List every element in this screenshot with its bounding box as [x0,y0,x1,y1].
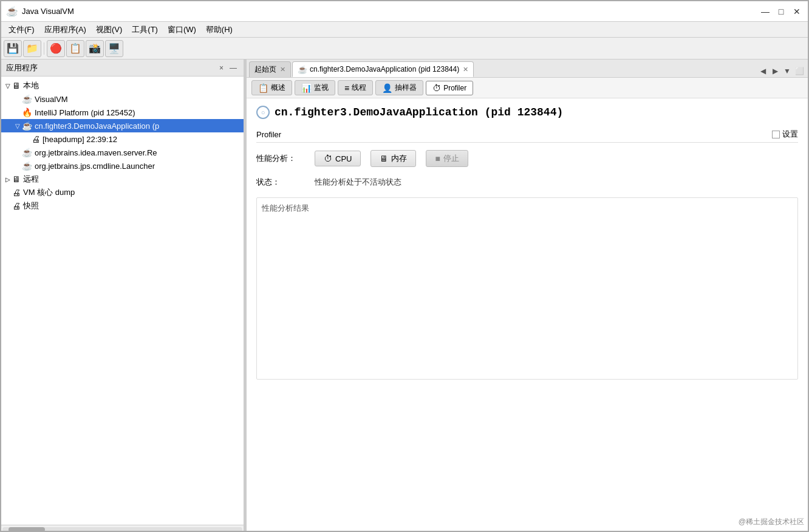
left-panel-header: 应用程序 × — [1,60,244,77]
menu-help[interactable]: 帮助(H) [201,23,237,36]
tree-label-visualvm: VisualVM [35,95,68,104]
close-btn[interactable]: ✕ [791,5,803,18]
tree-node-remote[interactable]: ▷ 🖥 远程 [1,172,244,186]
settings-area: 设置 [772,129,798,140]
perf-analysis-label: 性能分析： [256,153,305,164]
tree-toggle-remote[interactable]: ▷ [4,176,12,183]
left-panel-close[interactable]: × [217,63,225,73]
tab-bar: 起始页 ✕ ☕ cn.fighter3.DemoJavaApplication … [247,60,808,78]
main-area: 应用程序 × — ▽ 🖥 本地 ☕ VisualVM 🔥 [1,60,808,532]
left-panel-scrollbar[interactable] [1,525,244,532]
sub-tab-overview-label: 概述 [271,83,285,93]
toolbar-btn-record[interactable]: 🔴 [47,40,65,57]
spinning-circle-icon: ○ [256,106,270,119]
tab-fighter3-label: cn.fighter3.DemoJavaApplication (pid 123… [310,65,459,73]
menu-window[interactable]: 窗口(W) [163,23,201,36]
tab-start-label: 起始页 [254,64,276,75]
tab-start[interactable]: 起始页 ✕ [249,61,291,77]
thread-icon: ≡ [344,83,349,93]
tree-label-maven: org.jetbrains.idea.maven.server.Re [35,148,157,157]
status-text: 性能分析处于不活动状态 [315,177,401,188]
tree-node-fighter3[interactable]: ▽ ☕ cn.fighter3.DemoJavaApplication (p [1,119,244,132]
settings-checkbox[interactable] [772,131,780,138]
tree-node-snapshot[interactable]: 🖨 快照 [1,199,244,213]
tree-label-intellij: IntelliJ Platform (pid 125452) [35,108,135,117]
tree-node-visualvm[interactable]: ☕ VisualVM [1,92,244,106]
profiler-section-title: Profiler [256,130,772,139]
settings-label[interactable]: 设置 [782,129,798,140]
sub-tab-monitor[interactable]: 📊 监视 [295,80,335,95]
sub-tab-thread[interactable]: ≡ 线程 [338,80,373,95]
stop-button[interactable]: ■ 停止 [426,150,468,167]
tree-node-intellij[interactable]: 🔥 IntelliJ Platform (pid 125452) [1,106,244,119]
remote-icon: 🖥 [12,174,21,184]
menu-bar: 文件(F) 应用程序(A) 视图(V) 工具(T) 窗口(W) 帮助(H) [1,22,808,38]
sampler-icon: 👤 [382,83,392,93]
memory-button[interactable]: 🖥 内存 [370,150,416,167]
tab-maximize-btn[interactable]: ⬜ [793,65,805,77]
tab-fighter3[interactable]: ☕ cn.fighter3.DemoJavaApplication (pid 1… [292,61,474,77]
scrollbar-thumb [9,527,45,532]
stop-btn-label: 停止 [443,153,459,164]
minimize-btn[interactable]: — [759,5,771,18]
toolbar-btn-snapshot[interactable]: 📸 [86,40,104,57]
status-row: 状态： 性能分析处于不活动状态 [256,177,798,188]
tab-start-close[interactable]: ✕ [280,66,285,73]
menu-view[interactable]: 视图(V) [91,23,127,36]
results-title: 性能分析结果 [262,203,309,213]
perf-analysis-row: 性能分析： ⏱ CPU 🖥 内存 ■ 停止 [256,150,798,167]
tree-node-coredump[interactable]: 🖨 VM 核心 dump [1,186,244,199]
credit-text: @稀土掘金技术社区 [739,517,804,527]
cpu-btn-label: CPU [335,154,352,163]
intellij-icon: 🔥 [22,107,32,117]
title-bar: ☕ Java VisualVM — □ ✕ [1,1,808,22]
profiler-header: Profiler 设置 [256,126,798,143]
cmdline-icon: ☕ [22,161,32,171]
tree-node-local[interactable]: ▽ 🖥 本地 [1,79,244,92]
toolbar-btn-open[interactable]: 📁 [23,40,41,57]
maven-icon: ☕ [22,148,32,157]
tree-node-heapdump[interactable]: 🖨 [heapdump] 22:39:12 [1,132,244,146]
coredump-icon: 🖨 [12,188,21,197]
toolbar-sep-1 [44,43,44,55]
sub-tab-profiler[interactable]: ⏱ Profiler [426,81,473,95]
tree-area[interactable]: ▽ 🖥 本地 ☕ VisualVM 🔥 IntelliJ Platform (p… [1,77,244,525]
toolbar-btn-monitor[interactable]: 🖥️ [105,40,123,57]
tab-fighter3-icon: ☕ [298,65,307,74]
snapshot-icon: 🖨 [12,201,21,211]
tree-label-remote: 远程 [23,174,39,185]
app-icon: ☕ [6,5,18,18]
sub-tab-monitor-label: 监视 [314,83,329,93]
sub-tab-sampler[interactable]: 👤 抽样器 [375,80,423,95]
fighter3-icon: ☕ [22,121,32,131]
tab-next-btn[interactable]: ▶ [769,65,781,77]
menu-file[interactable]: 文件(F) [4,23,39,36]
tree-toggle-local[interactable]: ▽ [4,83,12,89]
cpu-button[interactable]: ⏱ CPU [315,151,361,166]
tab-fighter3-close[interactable]: ✕ [463,66,468,73]
tab-dropdown-btn[interactable]: ▼ [781,65,793,77]
tree-label-heapdump: [heapdump] 22:39:12 [43,135,117,144]
left-panel-minimize[interactable]: — [228,63,239,73]
monitor-icon: 📊 [301,83,312,93]
toolbar-btn-list[interactable]: 📋 [66,40,84,57]
tab-prev-btn[interactable]: ◀ [757,65,769,77]
cpu-clock-icon: ⏱ [324,154,332,163]
tree-node-cmdline[interactable]: ☕ org.jetbrains.jps.cmdline.Launcher [1,159,244,172]
tree-label-coredump: VM 核心 dump [23,187,75,198]
tree-node-maven[interactable]: ☕ org.jetbrains.idea.maven.server.Re [1,146,244,159]
app-title-row: ○ cn.fighter3.DemoJavaApplication (pid 1… [256,106,798,119]
app-full-title: cn.fighter3.DemoJavaApplication (pid 123… [275,106,563,118]
menu-tools[interactable]: 工具(T) [127,23,163,36]
tree-toggle-fighter3[interactable]: ▽ [13,123,22,129]
visualvm-icon: ☕ [22,94,32,104]
tree-label-snapshot: 快照 [23,200,39,211]
sub-tab-overview[interactable]: 📋 概述 [251,80,292,95]
stop-icon: ■ [435,154,440,163]
memory-icon: 🖥 [380,154,388,163]
menu-app[interactable]: 应用程序(A) [39,23,91,36]
maximize-btn[interactable]: □ [775,5,787,18]
content-area: ○ cn.fighter3.DemoJavaApplication (pid 1… [247,98,808,532]
tree-label-fighter3: cn.fighter3.DemoJavaApplication (p [35,121,159,131]
toolbar-btn-save[interactable]: 💾 [4,40,22,57]
